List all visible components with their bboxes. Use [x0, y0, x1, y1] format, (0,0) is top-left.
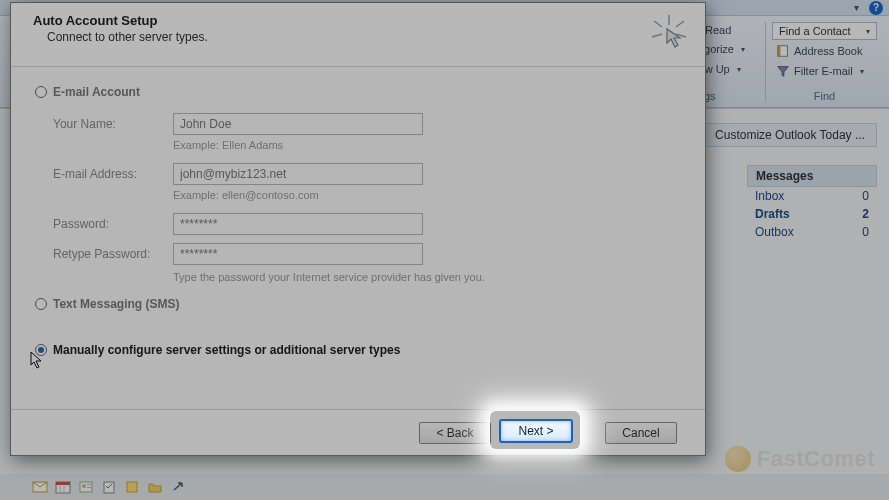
cursor-star-icon: [649, 13, 689, 53]
dialog-header-icon: [649, 13, 689, 56]
retype-password-label: Retype Password:: [53, 247, 163, 261]
email-hint: Example: ellen@contoso.com: [173, 189, 423, 201]
retype-password-input[interactable]: [173, 243, 423, 265]
your-name-hint: Example: Ellen Adams: [173, 139, 423, 151]
dialog-body: E-mail Account Your Name: Example: Ellen…: [11, 67, 705, 409]
modal-overlay: Auto Account Setup Connect to other serv…: [0, 0, 889, 500]
email-account-form: Your Name: Example: Ellen Adams E-mail A…: [53, 113, 681, 283]
password-label: Password:: [53, 217, 163, 231]
radio-manual-config-label: Manually configure server settings or ad…: [53, 343, 400, 357]
password-input[interactable]: [173, 213, 423, 235]
your-name-label: Your Name:: [53, 117, 163, 131]
radio-email-account-label: E-mail Account: [53, 85, 140, 99]
dialog-footer: < Back Cancel: [11, 409, 705, 455]
next-button[interactable]: Next >: [499, 419, 573, 443]
svg-line-20: [652, 34, 662, 37]
cancel-button[interactable]: Cancel: [605, 422, 677, 444]
auto-account-setup-dialog: Auto Account Setup Connect to other serv…: [10, 2, 706, 456]
radio-icon: [35, 298, 47, 310]
password-hint: Type the password your Internet service …: [173, 271, 513, 283]
email-input[interactable]: [173, 163, 423, 185]
dialog-header: Auto Account Setup Connect to other serv…: [11, 3, 705, 67]
dialog-subtitle: Connect to other server types.: [33, 30, 208, 44]
radio-icon: [35, 86, 47, 98]
radio-email-account[interactable]: E-mail Account: [35, 85, 681, 99]
back-button[interactable]: < Back: [419, 422, 491, 444]
radio-manual-config[interactable]: Manually configure server settings or ad…: [35, 343, 681, 357]
email-label: E-mail Address:: [53, 167, 163, 181]
your-name-input[interactable]: [173, 113, 423, 135]
radio-text-messaging-label: Text Messaging (SMS): [53, 297, 179, 311]
radio-text-messaging[interactable]: Text Messaging (SMS): [35, 297, 681, 311]
radio-icon: [35, 344, 47, 356]
dialog-title: Auto Account Setup: [33, 13, 208, 28]
svg-line-19: [676, 21, 684, 27]
svg-line-18: [654, 21, 662, 27]
